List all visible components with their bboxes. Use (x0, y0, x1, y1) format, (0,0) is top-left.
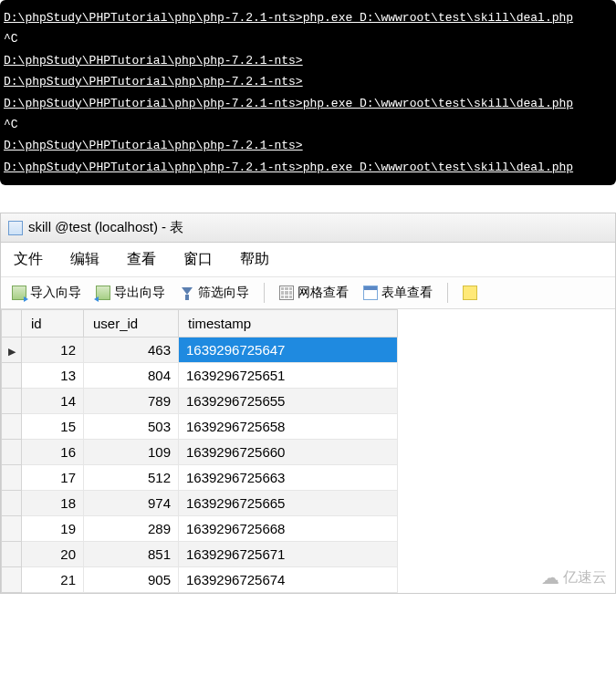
terminal-line: D:\phpStudy\PHPTutorial\php\php-7.2.1-nt… (4, 157, 612, 178)
table-row[interactable]: 138041639296725651 (2, 363, 398, 389)
form-icon (363, 286, 378, 300)
menu-help[interactable]: 帮助 (240, 250, 269, 269)
import-label: 导入向导 (30, 285, 81, 301)
menu-edit[interactable]: 编辑 (70, 250, 99, 269)
table-row[interactable]: 189741639296725665 (2, 491, 398, 516)
cell-timestamp[interactable]: 1639296725665 (179, 491, 398, 516)
data-grid[interactable]: id user_id timestamp ▶124631639296725647… (1, 309, 615, 593)
table-row[interactable]: 219051639296725674 (2, 567, 398, 593)
separator (264, 283, 265, 303)
cell-id[interactable]: 20 (22, 542, 84, 567)
row-indicator (2, 516, 22, 542)
cell-timestamp[interactable]: 1639296725660 (179, 440, 398, 465)
cell-user_id[interactable]: 974 (84, 491, 179, 516)
grid-label: 网格查看 (298, 285, 349, 301)
cell-user_id[interactable]: 109 (84, 440, 179, 465)
row-indicator (2, 414, 22, 440)
table-row[interactable]: 155031639296725658 (2, 414, 398, 440)
row-indicator (2, 465, 22, 491)
note-button[interactable] (459, 284, 481, 302)
row-indicator (2, 542, 22, 567)
cloud-icon: ☁ (541, 566, 559, 588)
cell-timestamp[interactable]: 1639296725647 (179, 338, 398, 363)
menu-file[interactable]: 文件 (14, 250, 43, 269)
cell-user_id[interactable]: 503 (84, 414, 179, 440)
watermark: ☁ 亿速云 (541, 566, 607, 588)
table-row[interactable]: ▶124631639296725647 (2, 338, 398, 363)
cell-timestamp[interactable]: 1639296725658 (179, 414, 398, 440)
cell-timestamp[interactable]: 1639296725663 (179, 465, 398, 491)
col-header-userid[interactable]: user_id (84, 310, 179, 338)
table-row[interactable]: 161091639296725660 (2, 440, 398, 465)
db-window: skill @test (localhost) - 表 文件 编辑 查看 窗口 … (0, 213, 616, 594)
import-wizard-button[interactable]: 导入向导 (8, 283, 85, 303)
grid-view-button[interactable]: 网格查看 (276, 283, 352, 303)
cell-id[interactable]: 16 (22, 440, 84, 465)
cell-id[interactable]: 14 (22, 389, 84, 414)
row-indicator (2, 491, 22, 516)
terminal-line: D:\phpStudy\PHPTutorial\php\php-7.2.1-nt… (4, 71, 612, 92)
table-row[interactable]: 175121639296725663 (2, 465, 398, 491)
terminal-line: D:\phpStudy\PHPTutorial\php\php-7.2.1-nt… (4, 50, 612, 71)
export-wizard-button[interactable]: 导出向导 (92, 283, 169, 303)
cell-id[interactable]: 13 (22, 363, 84, 389)
table-row[interactable]: 192891639296725668 (2, 516, 398, 542)
terminal-line: D:\phpStudy\PHPTutorial\php\php-7.2.1-nt… (4, 135, 612, 156)
window-title: skill @test (localhost) - 表 (28, 219, 183, 236)
cell-user_id[interactable]: 905 (84, 567, 179, 593)
cell-id[interactable]: 21 (22, 567, 84, 593)
menu-window[interactable]: 窗口 (183, 250, 213, 269)
cell-id[interactable]: 12 (22, 338, 84, 363)
watermark-text: 亿速云 (563, 568, 607, 587)
row-indicator (2, 567, 22, 593)
note-icon (463, 286, 477, 300)
row-indicator: ▶ (2, 338, 22, 363)
form-label: 表单查看 (381, 285, 433, 301)
cell-id[interactable]: 18 (22, 491, 84, 516)
import-icon (12, 286, 26, 300)
menubar: 文件 编辑 查看 窗口 帮助 (1, 243, 615, 277)
terminal: D:\phpStudy\PHPTutorial\php\php-7.2.1-nt… (0, 0, 616, 185)
cell-user_id[interactable]: 289 (84, 516, 179, 542)
cell-user_id[interactable]: 789 (84, 389, 179, 414)
form-view-button[interactable]: 表单查看 (360, 283, 436, 303)
titlebar: skill @test (localhost) - 表 (1, 213, 615, 243)
row-header-blank (2, 310, 22, 338)
menu-view[interactable]: 查看 (127, 250, 156, 269)
filter-label: 筛选向导 (198, 285, 249, 301)
cell-timestamp[interactable]: 1639296725651 (179, 363, 398, 389)
row-indicator (2, 389, 22, 414)
table-row[interactable]: 147891639296725655 (2, 389, 398, 414)
terminal-line: ^C (4, 28, 612, 49)
cell-user_id[interactable]: 851 (84, 542, 179, 567)
col-header-id[interactable]: id (22, 310, 84, 338)
filter-icon (180, 286, 194, 300)
cell-timestamp[interactable]: 1639296725668 (179, 516, 398, 542)
terminal-line: D:\phpStudy\PHPTutorial\php\php-7.2.1-nt… (4, 7, 612, 28)
cell-id[interactable]: 15 (22, 414, 84, 440)
cell-timestamp[interactable]: 1639296725655 (179, 389, 398, 414)
terminal-line: ^C (4, 114, 612, 135)
export-label: 导出向导 (114, 285, 165, 301)
filter-wizard-button[interactable]: 筛选向导 (176, 283, 253, 303)
cell-user_id[interactable]: 512 (84, 465, 179, 491)
row-indicator (2, 440, 22, 465)
export-icon (96, 286, 110, 300)
col-header-timestamp[interactable]: timestamp (179, 310, 398, 338)
cell-user_id[interactable]: 804 (84, 363, 179, 389)
table-row[interactable]: 208511639296725671 (2, 542, 398, 567)
separator (447, 283, 448, 303)
cell-id[interactable]: 19 (22, 516, 84, 542)
toolbar: 导入向导 导出向导 筛选向导 网格查看 表单查看 (1, 277, 615, 309)
row-indicator (2, 363, 22, 389)
grid-icon (279, 286, 294, 300)
cell-user_id[interactable]: 463 (84, 338, 179, 363)
cell-timestamp[interactable]: 1639296725671 (179, 542, 398, 567)
table-icon (8, 221, 23, 235)
terminal-line: D:\phpStudy\PHPTutorial\php\php-7.2.1-nt… (4, 93, 612, 114)
cell-timestamp[interactable]: 1639296725674 (179, 567, 398, 593)
cell-id[interactable]: 17 (22, 465, 84, 491)
